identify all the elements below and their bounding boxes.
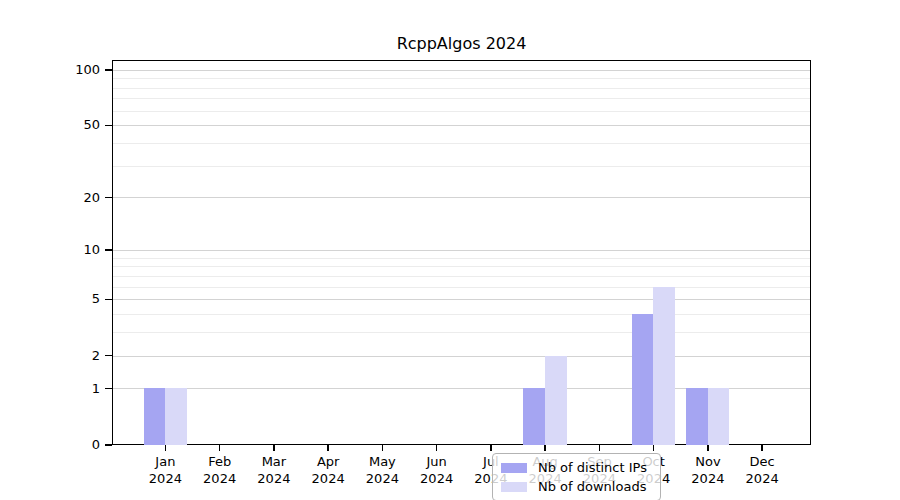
y-tick-mark xyxy=(105,299,112,301)
minor-gridline xyxy=(113,287,810,288)
minor-gridline xyxy=(113,143,810,144)
y-tick-mark xyxy=(105,125,112,127)
chart-title: RcppAlgos 2024 xyxy=(112,34,811,53)
minor-gridline xyxy=(113,78,810,79)
y-tick-mark xyxy=(105,355,112,357)
minor-gridline xyxy=(113,258,810,259)
bar-nov-distinct-ips xyxy=(686,388,708,444)
y-tick-label: 100 xyxy=(38,62,100,78)
y-tick-mark xyxy=(105,249,112,251)
x-tick-mark xyxy=(436,445,438,451)
x-tick-mark xyxy=(219,445,221,451)
minor-gridline xyxy=(113,266,810,267)
major-gridline xyxy=(113,299,810,300)
y-tick-mark xyxy=(105,388,112,390)
legend-label-distinct-ips: Nb of distinct IPs xyxy=(538,459,647,476)
y-tick-label: 1 xyxy=(38,381,100,397)
major-gridline xyxy=(113,356,810,357)
plot-area: Nb of distinct IPs Nb of downloads xyxy=(112,60,811,445)
major-gridline xyxy=(113,125,810,126)
major-gridline xyxy=(113,197,810,198)
y-tick-mark xyxy=(105,197,112,199)
bar-oct-distinct-ips xyxy=(632,314,654,445)
minor-gridline xyxy=(113,332,810,333)
y-tick-label: 2 xyxy=(38,348,100,364)
y-tick-label: 50 xyxy=(38,117,100,133)
x-tick-mark xyxy=(653,445,655,451)
major-gridline xyxy=(113,70,810,71)
minor-gridline xyxy=(113,314,810,315)
bar-jan-downloads xyxy=(165,388,187,444)
legend-swatch-downloads-icon xyxy=(501,482,527,492)
x-tick-label-year: 2024 xyxy=(727,470,797,487)
minor-gridline xyxy=(113,111,810,112)
y-tick-label: 0 xyxy=(38,437,100,453)
minor-gridline xyxy=(113,166,810,167)
x-tick-mark xyxy=(599,445,601,451)
x-tick-mark xyxy=(490,445,492,451)
minor-gridline xyxy=(113,98,810,99)
bar-aug-distinct-ips xyxy=(523,388,545,444)
x-tick-mark xyxy=(382,445,384,451)
y-tick-mark xyxy=(105,69,112,71)
bar-oct-downloads xyxy=(653,287,675,445)
x-tick-mark xyxy=(273,445,275,451)
x-tick-mark xyxy=(327,445,329,451)
legend-label-downloads: Nb of downloads xyxy=(538,478,646,495)
legend-swatch-distinct-ips-icon xyxy=(501,463,527,473)
download-stats-figure: RcppAlgos 2024 Nb of distinct IPs Nb of … xyxy=(0,0,900,500)
x-tick-mark xyxy=(761,445,763,451)
legend-row-downloads: Nb of downloads xyxy=(501,478,647,495)
y-tick-mark xyxy=(105,444,112,446)
minor-gridline xyxy=(113,276,810,277)
x-tick-label-month: Dec xyxy=(727,453,797,470)
legend-row-distinct-ips: Nb of distinct IPs xyxy=(501,459,647,476)
y-tick-label: 20 xyxy=(38,190,100,206)
bar-nov-downloads xyxy=(708,388,730,444)
y-tick-label: 10 xyxy=(38,242,100,258)
bar-jan-distinct-ips xyxy=(144,388,166,444)
y-tick-label: 5 xyxy=(38,291,100,307)
x-tick-mark xyxy=(165,445,167,451)
bar-aug-downloads xyxy=(545,356,567,445)
legend: Nb of distinct IPs Nb of downloads xyxy=(492,453,661,500)
x-tick-mark xyxy=(707,445,709,451)
x-tick-mark xyxy=(544,445,546,451)
major-gridline xyxy=(113,250,810,251)
minor-gridline xyxy=(113,88,810,89)
